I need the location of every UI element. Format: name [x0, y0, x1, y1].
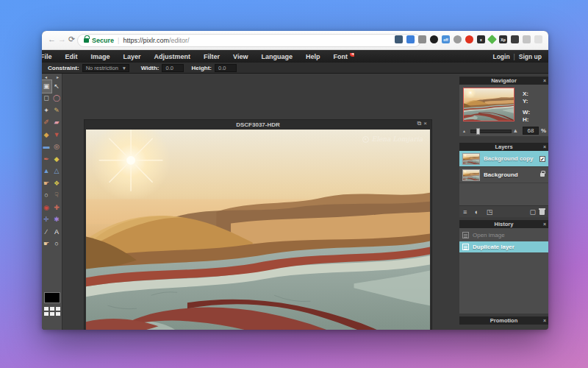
- bucket-tool-icon[interactable]: ◆: [42, 129, 51, 141]
- padlock-icon: [84, 38, 89, 43]
- history-panel: Open image Duplicate layer: [459, 228, 548, 314]
- close-icon[interactable]: ×: [543, 143, 546, 151]
- forward-icon[interactable]: →: [58, 35, 66, 43]
- light-extension-icon[interactable]: [523, 35, 531, 43]
- shape-tool-icon[interactable]: ◆: [52, 153, 62, 166]
- address-bar[interactable]: Secure | https://pixlr.com /editor/ ☆: [77, 34, 421, 47]
- menu-items: FileEditImageLayerAdjustmentFilterViewLa…: [42, 53, 354, 60]
- hand-tool-icon[interactable]: ☛: [42, 238, 51, 251]
- photo-canvas[interactable]: Elena Lomjaria: [86, 130, 430, 330]
- layer-settings-icon[interactable]: ≡ ◐ ◳: [463, 208, 495, 216]
- zoom-slider-handle[interactable]: [476, 128, 480, 135]
- menu-file[interactable]: File: [42, 53, 59, 60]
- menu-view[interactable]: View: [226, 53, 254, 60]
- brush-tool-icon[interactable]: ✐: [42, 117, 51, 130]
- menu-help[interactable]: Help: [299, 53, 327, 60]
- smudge-tool-icon[interactable]: ☛: [42, 177, 51, 190]
- off-badge-extension-icon[interactable]: off: [442, 35, 450, 43]
- bloat-tool-icon[interactable]: ✛: [42, 214, 51, 227]
- menu-edit[interactable]: Edit: [59, 53, 85, 60]
- camera-logo-icon: [362, 136, 369, 143]
- menu-font[interactable]: Font4: [326, 53, 354, 60]
- menu-image[interactable]: Image: [85, 53, 117, 60]
- menu-layer[interactable]: Layer: [117, 53, 148, 60]
- signup-link[interactable]: Sign up: [519, 53, 542, 60]
- close-icon[interactable]: ×: [543, 316, 546, 325]
- menu-language[interactable]: Language: [254, 53, 299, 60]
- eraser-tool-icon[interactable]: ▰: [52, 117, 62, 130]
- font-badge: 4: [350, 53, 354, 57]
- crop-tool-icon[interactable]: ▣: [42, 80, 51, 93]
- zoom-tool-icon[interactable]: ○: [52, 238, 62, 251]
- menu-adjustment[interactable]: Adjustment: [148, 53, 198, 60]
- stamp-tool-icon[interactable]: ▼: [52, 129, 62, 141]
- layer-row[interactable]: Background copy ✓: [459, 151, 548, 167]
- dark-square-extension-icon[interactable]: x: [477, 35, 485, 43]
- xp-extension-icon[interactable]: Xp: [499, 35, 507, 43]
- blur-tool-icon[interactable]: ▲: [42, 166, 51, 178]
- foreground-color-swatch[interactable]: [44, 292, 60, 303]
- reload-icon[interactable]: ⟳: [68, 35, 75, 44]
- promotion-panel-header[interactable]: Promotion ×: [459, 316, 548, 325]
- pinch-tool-icon[interactable]: ✱: [52, 214, 62, 227]
- login-link[interactable]: Login: [492, 53, 509, 60]
- docs-extension-icon[interactable]: [406, 35, 415, 43]
- marquee-tool-icon[interactable]: ◻: [42, 93, 51, 105]
- toolbox-collapse-left-icon[interactable]: ◂: [45, 74, 47, 79]
- burn-tool-icon[interactable]: ☟: [52, 190, 62, 202]
- navigator-thumbnail[interactable]: [463, 88, 514, 121]
- dark-circle-extension-icon[interactable]: [430, 35, 438, 43]
- layers-panel-header[interactable]: Layers ×: [459, 143, 548, 151]
- new-layer-icon[interactable]: ▢: [529, 208, 536, 216]
- redeye-tool-icon[interactable]: ◉: [42, 202, 51, 214]
- eyedropper-tool-icon[interactable]: ∕: [42, 226, 51, 238]
- height-field[interactable]: 0.0: [215, 64, 237, 72]
- lighter-extension-icon[interactable]: [534, 35, 542, 43]
- sponge-tool-icon[interactable]: ❖: [52, 177, 62, 190]
- type-tool-icon[interactable]: A: [52, 226, 62, 238]
- layer-row[interactable]: Background: [459, 167, 548, 183]
- zoom-slider[interactable]: [470, 130, 512, 133]
- constraint-dropdown[interactable]: No restriction ▾: [82, 64, 129, 72]
- toolbox-collapse-right-icon[interactable]: ▸: [57, 74, 59, 79]
- navigator-zoom-value[interactable]: 68: [523, 127, 539, 135]
- close-window-icon[interactable]: ×: [423, 120, 429, 127]
- close-icon[interactable]: ×: [543, 77, 546, 85]
- clone-tool-icon[interactable]: ◎: [52, 141, 62, 154]
- navigator-panel-header[interactable]: Navigator ×: [459, 77, 548, 85]
- pencil-tool-icon[interactable]: ✎: [52, 105, 62, 117]
- lasso-tool-icon[interactable]: ◯: [52, 93, 62, 105]
- gradient-tool-icon[interactable]: ▬: [42, 141, 51, 154]
- width-field[interactable]: 0.0: [162, 64, 184, 72]
- navigator-panel: X: Y: W: H: ▴ ▴ 68 %: [459, 85, 548, 136]
- percent-label: %: [541, 127, 546, 134]
- screenshot-extension-icon[interactable]: [511, 35, 519, 43]
- tool-grid: ▣↖◻◯✦✎✐▰◆▼▬◎✒◆▲△☛❖○☟◉✚✛✱∕A☛○: [42, 80, 62, 250]
- green-diamond-extension-icon[interactable]: [487, 35, 497, 44]
- swatch-grid[interactable]: [44, 307, 60, 316]
- delete-layer-icon[interactable]: [539, 210, 545, 215]
- pocket-extension-icon[interactable]: [395, 35, 403, 43]
- zoom-in-icon[interactable]: ▴: [514, 127, 517, 134]
- document-title[interactable]: DSCF3037-HDR: [85, 120, 431, 130]
- back-icon[interactable]: ←: [48, 35, 56, 43]
- history-step[interactable]: Duplicate layer: [459, 241, 548, 252]
- pen-tool-icon[interactable]: ✒: [42, 153, 51, 166]
- camera-extension-icon[interactable]: [418, 35, 426, 43]
- layer-thumbnail: [462, 169, 480, 181]
- image-document-window[interactable]: DSCF3037-HDR ⧉× Elena Lomjaria 68 % 1200…: [84, 119, 432, 330]
- history-panel-header[interactable]: History ×: [459, 220, 548, 228]
- sharpen-tool-icon[interactable]: △: [52, 166, 62, 178]
- app-menu-bar: FileEditImageLayerAdjustmentFilterViewLa…: [42, 50, 548, 63]
- grey-circle-extension-icon[interactable]: [453, 35, 462, 43]
- wand-tool-icon[interactable]: ✦: [42, 105, 51, 117]
- close-icon[interactable]: ×: [543, 220, 546, 228]
- heal-tool-icon[interactable]: ✚: [52, 202, 62, 214]
- adblock-extension-icon[interactable]: [465, 35, 473, 43]
- dodge-tool-icon[interactable]: ○: [42, 190, 51, 202]
- menu-filter[interactable]: Filter: [197, 53, 226, 60]
- zoom-out-icon[interactable]: ▴: [463, 128, 465, 133]
- history-step[interactable]: Open image: [459, 230, 548, 241]
- layer-visibility-checkbox[interactable]: ✓: [539, 156, 545, 162]
- move-tool-icon[interactable]: ↖: [52, 80, 62, 93]
